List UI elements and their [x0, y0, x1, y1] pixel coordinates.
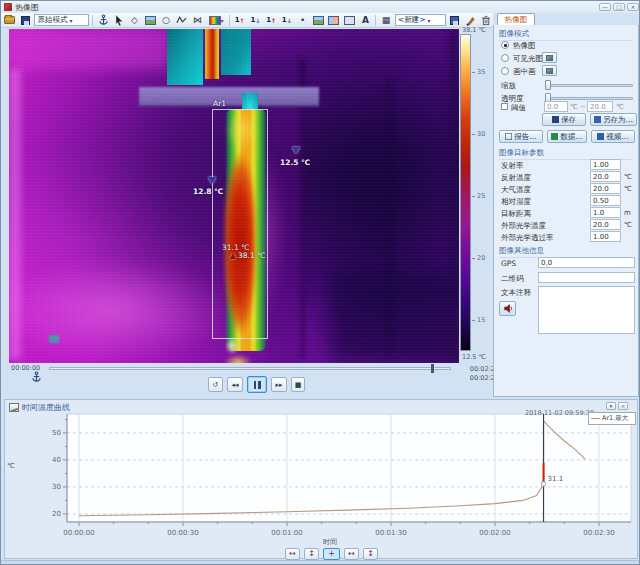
threshold-label: 阈值: [511, 103, 526, 113]
anchor-tool-button[interactable]: [96, 14, 110, 27]
zoom-x-button[interactable]: ↔: [285, 548, 300, 560]
optics-temp-input[interactable]: [590, 219, 621, 230]
group-image-mode: 图像模式: [499, 29, 633, 41]
grid-view-button[interactable]: ▦: [379, 14, 393, 27]
marker-triangle-right-icon[interactable]: [292, 147, 300, 154]
reset-x-button[interactable]: ↔: [344, 548, 359, 560]
preset-select[interactable]: <新建> ▾: [395, 14, 446, 26]
atmosphere-temp-input[interactable]: [590, 183, 621, 194]
save-preset-button[interactable]: [448, 14, 462, 27]
fast-forward-button[interactable]: ▸▸: [271, 377, 287, 392]
svg-text:00:02:00: 00:02:00: [479, 529, 510, 537]
humidity-input[interactable]: [590, 195, 621, 206]
minimize-icon[interactable]: —: [599, 3, 611, 11]
hot-spot-value: 38.1 ℃: [238, 251, 266, 260]
close-icon[interactable]: ×: [627, 3, 639, 11]
param-label: 外部光学透过率: [501, 233, 554, 243]
radio-pip[interactable]: [501, 67, 509, 75]
ellipse-tool-button[interactable]: ○: [159, 14, 173, 27]
video-export-button[interactable]: 视频…: [591, 130, 635, 143]
scale-slider-thumb[interactable]: [545, 80, 551, 90]
window-title: 热像图: [15, 2, 39, 13]
qr-input[interactable]: [538, 272, 635, 283]
toolbar-separator: [229, 15, 230, 26]
pip-settings-button[interactable]: [542, 65, 557, 76]
pause-button[interactable]: [247, 376, 267, 393]
replay-button[interactable]: ↺: [208, 377, 223, 392]
thermal-view-button[interactable]: [311, 14, 325, 27]
visible-settings-button[interactable]: [542, 52, 557, 63]
colorbar-tick-label: 25: [477, 192, 485, 200]
save-file-button[interactable]: [19, 14, 33, 27]
measurement-area-ar1[interactable]: [212, 109, 268, 339]
save-as-button[interactable]: 另存为…: [590, 113, 637, 126]
cursor-tool-button[interactable]: [112, 14, 126, 27]
mode-select-value: 原始模式: [37, 15, 67, 25]
mode-select[interactable]: 原始模式 ▾: [34, 14, 89, 26]
timeline-thumb[interactable]: [431, 364, 434, 373]
data-export-button[interactable]: 数据…: [547, 130, 587, 143]
reflected-temp-input[interactable]: [590, 171, 621, 182]
thermal-image-view[interactable]: Ar1 12.8 ℃ 12.5 ℃ 31.1 ℃ 38.1 ℃: [9, 29, 459, 363]
optics-transmission-input[interactable]: [590, 231, 621, 242]
visible-view-button[interactable]: [327, 14, 341, 27]
param-label: 发射率: [501, 161, 524, 171]
fusion-view-button[interactable]: [343, 14, 357, 27]
anchor-icon: [98, 14, 109, 26]
maximize-icon[interactable]: □: [613, 3, 625, 11]
area-label: Ar1: [213, 99, 226, 108]
delta-spot-marker-button[interactable]: 1↓: [280, 14, 294, 27]
open-file-button[interactable]: [3, 14, 17, 27]
voice-note-button[interactable]: [499, 301, 516, 316]
text-annotation-button[interactable]: A: [359, 14, 373, 27]
polyline-tool-button[interactable]: [175, 14, 189, 27]
brush-tool-button[interactable]: [464, 14, 478, 27]
measure-tool-button[interactable]: ⋈: [191, 14, 205, 27]
scale-slider-track[interactable]: [545, 84, 633, 87]
palette-icon: [209, 16, 221, 25]
radio-visible[interactable]: [501, 54, 509, 62]
threshold-min-input[interactable]: [544, 101, 568, 112]
colorbar-tick: [472, 134, 475, 135]
point-marker-button[interactable]: •: [296, 14, 310, 27]
save-icon: [552, 116, 559, 123]
avg-spot-marker-button[interactable]: 1↑: [264, 14, 278, 27]
timeline-anchor-icon[interactable]: [31, 371, 42, 383]
hot-spot-marker-button[interactable]: 1↑: [233, 14, 247, 27]
emissivity-input[interactable]: [590, 159, 621, 170]
rewind-button[interactable]: ◂◂: [227, 377, 243, 392]
threshold-max-input[interactable]: [587, 101, 613, 112]
gps-input[interactable]: [538, 257, 635, 268]
trash-icon: [481, 15, 491, 26]
temperature-chart[interactable]: 2030405000:00:0000:00:3000:01:0000:01:30…: [5, 400, 639, 560]
note-textarea[interactable]: [538, 286, 635, 334]
palette-select[interactable]: ▾: [206, 14, 226, 27]
distance-input[interactable]: [590, 207, 621, 218]
stop-button[interactable]: ■: [291, 377, 305, 392]
param-label: 反射温度: [501, 173, 531, 183]
move-tool-button[interactable]: ◇: [128, 14, 142, 27]
reset-y-button[interactable]: ↕: [363, 548, 378, 560]
threshold-checkbox[interactable]: [501, 103, 508, 110]
up-arrow-icon: ↑: [271, 17, 276, 24]
pan-button[interactable]: +: [323, 548, 340, 560]
timeline-track[interactable]: [49, 367, 451, 370]
save-button[interactable]: 保存: [542, 113, 586, 126]
hot-spot-triangle-icon: [230, 253, 236, 259]
cold-spot-marker-button[interactable]: 1↓: [249, 14, 263, 27]
zoom-y-button[interactable]: ↕: [304, 548, 319, 560]
image-icon: [145, 16, 156, 25]
param-unit: ℃: [624, 185, 632, 193]
report-button[interactable]: 报告…: [499, 130, 543, 143]
image-tool-button[interactable]: [143, 14, 157, 27]
radio-thermal[interactable]: [501, 41, 509, 49]
delete-preset-button[interactable]: [479, 14, 493, 27]
threshold-separator: ~: [580, 103, 586, 111]
opacity-slider-track[interactable]: [545, 97, 633, 100]
toolbar-separator: [92, 15, 93, 26]
video-icon: [597, 133, 604, 140]
scale-max-label: 38.1 ℃: [462, 26, 486, 34]
save-as-icon: [594, 116, 601, 123]
marker-triangle-left-icon[interactable]: [208, 177, 216, 184]
cursor-icon: [113, 14, 124, 26]
